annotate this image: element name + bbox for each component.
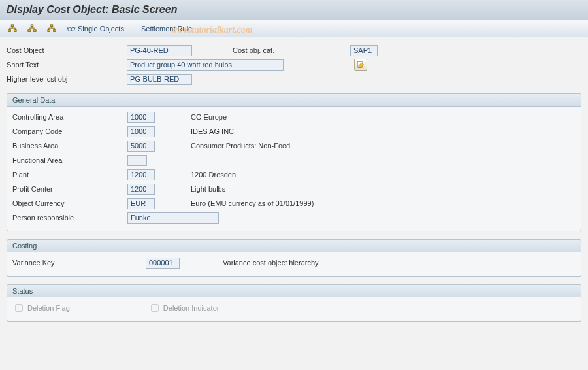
- hierarchy-tree1-button[interactable]: [5, 23, 20, 35]
- variance-key-field[interactable]: 000001: [146, 258, 180, 269]
- status-title: Status: [7, 285, 581, 297]
- variance-key-label: Variance Key: [12, 259, 84, 267]
- business-area-desc: Consumer Products: Non-Food: [191, 142, 290, 150]
- hierarchy-tree3-button[interactable]: [44, 23, 59, 35]
- svg-rect-8: [54, 29, 56, 31]
- single-objects-button[interactable]: Single Objects: [64, 23, 127, 35]
- screen-title: Display Cost Object: Basic Screen: [0, 0, 588, 20]
- hierarchy-icon: [27, 24, 37, 33]
- company-code-desc: IDES AG INC: [191, 127, 234, 135]
- cost-object-label: Cost Object: [7, 46, 78, 54]
- edit-text-button[interactable]: [354, 59, 367, 71]
- hierarchy-icon: [8, 24, 17, 33]
- cost-object-field[interactable]: PG-40-RED: [127, 45, 192, 56]
- svg-rect-7: [48, 29, 50, 31]
- business-area-field[interactable]: 5000: [127, 141, 155, 152]
- general-data-title: General Data: [7, 94, 581, 107]
- svg-point-10: [71, 27, 74, 31]
- functional-area-label: Functional Area: [12, 156, 84, 164]
- cost-obj-cat-label: Cost obj. cat.: [233, 46, 295, 54]
- svg-rect-3: [31, 24, 33, 26]
- form-area: Cost Object PG-40-RED Cost obj. cat. SAP…: [0, 37, 588, 327]
- company-code-field[interactable]: 1000: [127, 126, 155, 137]
- svg-rect-2: [14, 29, 17, 31]
- short-text-field[interactable]: Product group 40 watt red bulbs: [127, 59, 284, 71]
- plant-field[interactable]: 1200: [127, 169, 155, 180]
- toolbar: Single Objects Settlement Rule: [0, 20, 588, 37]
- deletion-flag-input[interactable]: [15, 304, 23, 312]
- svg-rect-0: [11, 24, 14, 26]
- deletion-flag-checkbox[interactable]: Deletion Flag: [12, 302, 70, 314]
- controlling-area-field[interactable]: 1000: [127, 112, 155, 123]
- profit-center-label: Profit Center: [12, 185, 84, 193]
- deletion-flag-label: Deletion Flag: [27, 304, 70, 312]
- short-text-label: Short Text: [7, 61, 78, 69]
- deletion-indicator-label: Deletion Indicator: [163, 304, 220, 312]
- object-currency-label: Object Currency: [12, 199, 84, 207]
- glasses-icon: [67, 24, 76, 33]
- cost-obj-cat-field[interactable]: SAP1: [350, 45, 378, 56]
- svg-rect-1: [8, 29, 11, 31]
- settlement-rule-button[interactable]: Settlement Rule: [139, 24, 195, 34]
- person-responsible-label: Person responsible: [12, 214, 84, 222]
- hierarchy-tree2-button[interactable]: [25, 23, 39, 35]
- svg-point-9: [68, 27, 71, 31]
- deletion-indicator-checkbox[interactable]: Deletion Indicator: [148, 302, 220, 314]
- person-responsible-field[interactable]: Funke: [127, 212, 219, 224]
- company-code-label: Company Code: [12, 127, 84, 135]
- status-group: Status Deletion Flag Deletion Indicator: [7, 284, 581, 322]
- profit-center-field[interactable]: 1200: [127, 184, 155, 195]
- hierarchy-icon: [47, 24, 56, 33]
- plant-desc: 1200 Dresden: [191, 171, 236, 178]
- plant-label: Plant: [12, 171, 84, 178]
- single-objects-label: Single Objects: [78, 25, 124, 33]
- object-currency-field[interactable]: EUR: [127, 198, 155, 209]
- svg-rect-4: [28, 29, 31, 31]
- higher-level-field[interactable]: PG-BULB-RED: [127, 74, 192, 85]
- svg-rect-5: [34, 29, 37, 31]
- costing-title: Costing: [7, 240, 581, 252]
- higher-level-label: Higher-level cst obj: [7, 75, 78, 83]
- svg-rect-6: [50, 24, 53, 26]
- settlement-rule-label: Settlement Rule: [141, 25, 192, 33]
- controlling-area-desc: CO Europe: [191, 113, 227, 121]
- profit-center-desc: Light bulbs: [191, 185, 225, 193]
- business-area-label: Business Area: [12, 142, 84, 150]
- variance-key-desc: Variance cost object hierarchy: [223, 259, 319, 267]
- object-currency-desc: Euro (EMU currency as of 01/01/1999): [191, 199, 314, 207]
- costing-group: Costing Variance Key 000001 Variance cos…: [7, 239, 581, 277]
- functional-area-field[interactable]: [127, 155, 147, 166]
- general-data-group: General Data Controlling Area 1000 CO Eu…: [7, 93, 581, 231]
- deletion-indicator-input[interactable]: [151, 304, 159, 312]
- pencil-icon: [357, 61, 365, 69]
- controlling-area-label: Controlling Area: [12, 113, 84, 121]
